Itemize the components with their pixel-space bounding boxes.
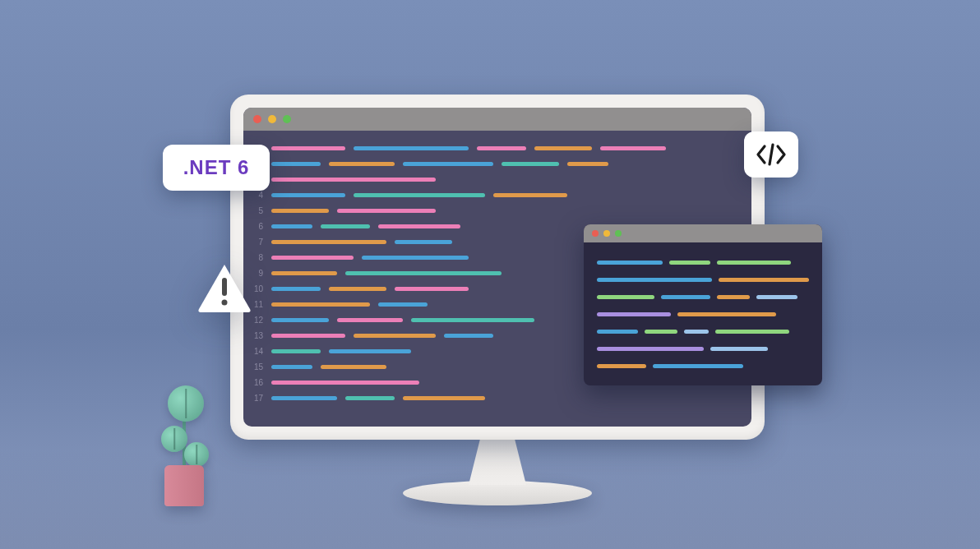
code-segment <box>403 162 493 166</box>
code-segment <box>271 349 321 353</box>
code-segment <box>710 347 768 351</box>
code-segment <box>597 330 638 334</box>
code-line <box>597 323 809 340</box>
code-segment <box>354 193 485 197</box>
code-icon <box>755 143 788 166</box>
code-line: 2 <box>252 156 738 172</box>
code-segment <box>395 240 452 244</box>
close-icon[interactable] <box>592 230 599 237</box>
code-segment <box>677 312 776 316</box>
code-segment <box>502 162 559 166</box>
code-segment <box>653 364 743 368</box>
plant-leaf <box>161 426 187 452</box>
line-number: 15 <box>252 362 263 371</box>
line-number: 7 <box>252 238 263 247</box>
line-number: 9 <box>252 269 263 278</box>
code-segment <box>271 396 337 400</box>
code-segment <box>345 271 502 275</box>
line-number: 10 <box>252 284 263 293</box>
code-segment <box>756 295 797 299</box>
line-number: 14 <box>252 347 263 356</box>
line-number: 4 <box>252 191 263 200</box>
code-segment <box>597 312 671 316</box>
line-number: 12 <box>252 316 263 325</box>
code-line: 3 <box>252 172 738 187</box>
code-segment <box>271 287 321 291</box>
code-segment <box>329 162 395 166</box>
warning-icon <box>196 263 253 314</box>
code-segment <box>378 224 460 228</box>
code-segment <box>271 209 329 213</box>
code-segment <box>717 261 791 265</box>
svg-rect-0 <box>222 278 227 296</box>
code-segment <box>719 278 809 282</box>
net6-badge: .NET 6 <box>163 145 270 191</box>
code-segment <box>271 334 345 338</box>
code-segment <box>411 318 534 322</box>
code-segment <box>271 318 329 322</box>
code-line <box>597 254 809 271</box>
secondary-titlebar <box>584 224 822 242</box>
code-segment <box>395 287 469 291</box>
code-segment <box>669 261 710 265</box>
secondary-code-area <box>584 242 822 385</box>
svg-point-1 <box>222 300 228 306</box>
line-number: 5 <box>252 206 263 215</box>
code-segment <box>444 334 493 338</box>
code-segment <box>597 364 646 368</box>
code-line <box>597 288 809 306</box>
code-segment <box>534 146 592 150</box>
code-line: 4 <box>252 187 738 203</box>
code-segment <box>645 330 677 334</box>
code-segment <box>271 240 386 244</box>
code-segment <box>345 396 395 400</box>
code-line: 1 <box>252 141 738 156</box>
code-segment <box>715 330 789 334</box>
code-segment <box>271 256 354 260</box>
code-segment <box>354 334 436 338</box>
plant-leaf <box>168 385 204 422</box>
minimize-icon[interactable] <box>603 230 610 237</box>
code-segment <box>600 146 666 150</box>
code-line <box>597 306 809 323</box>
code-segment <box>362 256 469 260</box>
code-line: 5 <box>252 203 738 219</box>
code-segment <box>337 209 436 213</box>
code-segment <box>493 193 567 197</box>
code-segment <box>321 224 370 228</box>
code-line <box>597 340 809 358</box>
code-segment <box>597 278 712 282</box>
net6-label: .NET 6 <box>183 156 250 179</box>
close-icon[interactable] <box>253 115 261 123</box>
code-line: 17 <box>252 390 738 406</box>
code-segment <box>271 224 312 228</box>
maximize-icon[interactable] <box>615 230 622 237</box>
code-segment <box>661 295 710 299</box>
code-segment <box>321 365 386 369</box>
secondary-window <box>584 224 822 385</box>
minimize-icon[interactable] <box>268 115 276 123</box>
code-segment <box>477 146 526 150</box>
code-line <box>597 271 809 288</box>
code-segment <box>329 287 386 291</box>
editor-titlebar <box>243 108 751 131</box>
code-segment <box>271 302 370 307</box>
code-segment <box>597 347 704 351</box>
maximize-icon[interactable] <box>283 115 291 123</box>
code-segment <box>271 193 345 197</box>
code-segment <box>378 302 428 307</box>
code-segment <box>597 261 663 265</box>
code-segment <box>597 295 654 299</box>
code-segment <box>271 178 436 182</box>
line-number: 16 <box>252 378 263 387</box>
code-segment <box>329 349 411 353</box>
code-pill <box>744 131 798 178</box>
code-segment <box>684 330 709 334</box>
code-segment <box>271 381 419 385</box>
plant-leaf <box>184 442 209 467</box>
code-segment <box>271 146 345 150</box>
line-number: 13 <box>252 331 263 340</box>
code-segment <box>271 365 312 369</box>
code-segment <box>337 318 403 322</box>
code-segment <box>403 396 485 400</box>
